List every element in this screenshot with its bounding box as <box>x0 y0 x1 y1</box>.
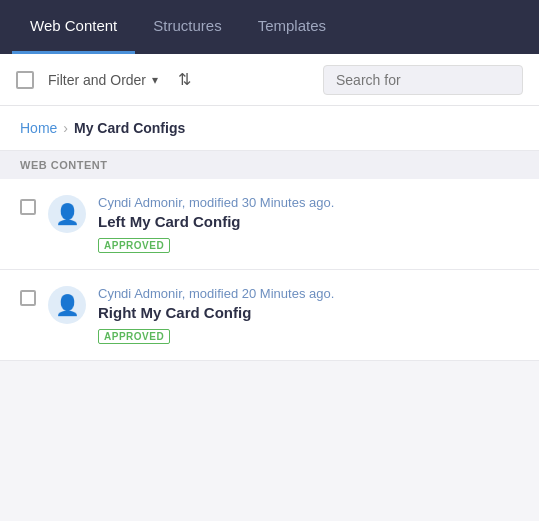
person-icon: 👤 <box>55 295 80 315</box>
chevron-down-icon: ▾ <box>152 73 158 87</box>
item-content-1: Cyndi Admonir, modified 30 Minutes ago. … <box>98 195 519 253</box>
section-header-label: WEB CONTENT <box>20 159 107 171</box>
list-item: 👤 Cyndi Admonir, modified 30 Minutes ago… <box>0 179 539 270</box>
person-icon: 👤 <box>55 204 80 224</box>
item-meta-1: Cyndi Admonir, modified 30 Minutes ago. <box>98 195 519 210</box>
list-item: 👤 Cyndi Admonir, modified 20 Minutes ago… <box>0 270 539 361</box>
nav-item-templates[interactable]: Templates <box>240 0 344 54</box>
status-badge-1: APPROVED <box>98 238 170 253</box>
item-checkbox-1[interactable] <box>20 199 36 215</box>
nav-item-structures[interactable]: Structures <box>135 0 239 54</box>
item-content-2: Cyndi Admonir, modified 20 Minutes ago. … <box>98 286 519 344</box>
filter-order-label: Filter and Order <box>48 72 146 88</box>
status-badge-2: APPROVED <box>98 329 170 344</box>
filter-order-button[interactable]: Filter and Order ▾ <box>44 68 162 92</box>
item-meta-2: Cyndi Admonir, modified 20 Minutes ago. <box>98 286 519 301</box>
toolbar: Filter and Order ▾ ⇅ <box>0 54 539 106</box>
item-checkbox-2[interactable] <box>20 290 36 306</box>
avatar: 👤 <box>48 286 86 324</box>
nav-item-web-content[interactable]: Web Content <box>12 0 135 54</box>
sort-button[interactable]: ⇅ <box>172 66 197 93</box>
section-header: WEB CONTENT <box>0 151 539 179</box>
item-title-1[interactable]: Left My Card Config <box>98 213 519 230</box>
breadcrumb: Home › My Card Configs <box>0 106 539 151</box>
search-input[interactable] <box>323 65 523 95</box>
breadcrumb-current: My Card Configs <box>74 120 185 136</box>
select-all-checkbox[interactable] <box>16 71 34 89</box>
item-title-2[interactable]: Right My Card Config <box>98 304 519 321</box>
sort-icon: ⇅ <box>178 71 191 88</box>
content-list: 👤 Cyndi Admonir, modified 30 Minutes ago… <box>0 179 539 361</box>
avatar: 👤 <box>48 195 86 233</box>
top-nav: Web Content Structures Templates <box>0 0 539 54</box>
breadcrumb-separator: › <box>63 120 68 136</box>
breadcrumb-home[interactable]: Home <box>20 120 57 136</box>
